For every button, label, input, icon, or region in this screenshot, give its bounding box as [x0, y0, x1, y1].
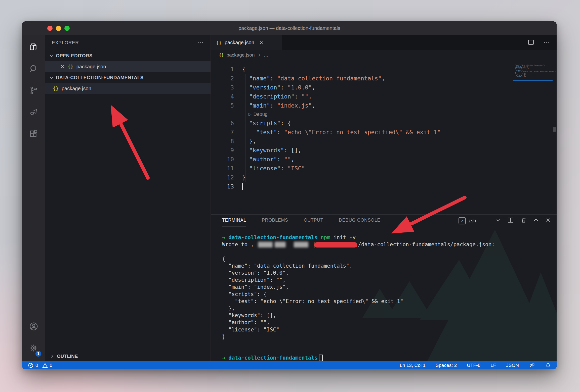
terminal-instance-zsh[interactable]: > zsh: [459, 217, 476, 224]
breadcrumb[interactable]: {} package.json …: [211, 50, 557, 60]
new-terminal-icon[interactable]: [482, 217, 489, 225]
kill-terminal-icon[interactable]: [520, 217, 527, 224]
code-line-9[interactable]: 9 "keywords": [],: [211, 146, 557, 155]
extensions-tab-icon[interactable]: [22, 125, 45, 143]
code-line-12[interactable]: 12}: [211, 173, 557, 182]
json-braces-icon: {}: [219, 53, 224, 58]
terminal-icon: >: [459, 217, 466, 224]
close-editor-icon[interactable]: ×: [61, 63, 64, 70]
code-line-2[interactable]: 2 "name": "data-collection-fundamentals"…: [211, 74, 557, 83]
traffic-lights: [47, 26, 70, 31]
open-editor-label: package.json: [76, 64, 106, 70]
indentation-status[interactable]: Spaces: 2: [436, 363, 457, 368]
explorer-tab-icon[interactable]: [22, 39, 45, 57]
problems-status[interactable]: 0 0: [28, 362, 52, 368]
open-editors-section-header[interactable]: OPEN EDITORS: [45, 50, 211, 61]
panel-tab-output[interactable]: OUTPUT: [304, 218, 323, 226]
maximize-panel-icon[interactable]: [533, 217, 539, 224]
code-line-5[interactable]: 5 "main": "index.js",: [211, 101, 557, 110]
code-editor[interactable]: 1{2 "name": "data-collection-fundamental…: [211, 60, 557, 214]
editor-scrollbar[interactable]: [553, 127, 556, 132]
zoom-window-button[interactable]: [64, 26, 70, 31]
tree-item-label: package.json: [62, 86, 91, 91]
editor-group: {} package.json × {} package.json … 1{2 …: [211, 35, 557, 361]
terminal-line: → data-collection-fundamentals: [222, 354, 554, 361]
accounts-button[interactable]: [22, 318, 45, 336]
eol-status[interactable]: LF: [490, 363, 496, 368]
split-editor-icon[interactable]: [527, 39, 534, 47]
code-line-8[interactable]: 8 },: [211, 137, 557, 146]
status-bar: 0 0 Ln 13, Col 1 Spaces: 2 UTF-8 LF JSON: [22, 361, 557, 369]
code-line-13[interactable]: 13: [211, 182, 557, 191]
terminal-content[interactable]: → data-collection-fundamentals npm init …: [222, 234, 554, 361]
split-terminal-icon[interactable]: [507, 217, 514, 225]
editor-more-actions-icon[interactable]: [543, 39, 550, 46]
json-braces-icon: {}: [53, 86, 59, 91]
explorer-more-actions-icon[interactable]: [197, 39, 204, 46]
search-icon: [29, 64, 38, 75]
close-panel-icon[interactable]: [545, 217, 551, 224]
redacted-blur-box: [294, 242, 308, 248]
code-line-6[interactable]: 6 "scripts": {: [211, 119, 557, 128]
encoding-status[interactable]: UTF-8: [467, 363, 480, 368]
code-line-4[interactable]: 4 "description": "",: [211, 92, 557, 101]
title-bar: package.json — data-collection-fundament…: [22, 21, 557, 35]
code-line-13: 13: [513, 78, 553, 80]
code-line-3[interactable]: 3 "version": "1.0.0",: [211, 83, 557, 92]
terminal-line: → data-collection-fundamentals npm init …: [222, 234, 554, 241]
cursor-position-status[interactable]: Ln 13, Col 1: [400, 363, 425, 368]
panel-tab-debug-console[interactable]: DEBUG CONSOLE: [339, 218, 380, 226]
minimap[interactable]: 1{2 "name": "data-collection-fundamental…: [513, 63, 553, 84]
tree-item-package-json[interactable]: {} package.json: [45, 83, 211, 94]
vscode-window: package.json — data-collection-fundament…: [22, 21, 557, 369]
tab-close-icon[interactable]: ×: [260, 39, 263, 46]
codelens-debug[interactable]: ▷Debug: [211, 110, 557, 119]
code-line-1[interactable]: 1{: [211, 65, 557, 74]
terminal-line: "description": "",: [222, 276, 554, 283]
panel-tab-terminal[interactable]: TERMINAL: [222, 218, 246, 226]
terminal-line: "license": "ISC": [222, 326, 554, 333]
terminal-panel: TERMINAL PROBLEMS OUTPUT DEBUG CONSOLE >…: [211, 214, 557, 361]
code-line-11[interactable]: 11 "license": "ISC": [211, 164, 557, 173]
terminal-line: {: [222, 255, 554, 262]
open-editor-item-package-json[interactable]: × {} package.json: [45, 61, 211, 72]
terminal-line: "test": "echo \"Error: no test specified…: [222, 298, 554, 305]
error-count: 0: [35, 363, 38, 368]
search-tab-icon[interactable]: [22, 60, 45, 78]
terminal-line: "author": "",: [222, 319, 554, 326]
breadcrumb-file[interactable]: package.json: [226, 52, 255, 58]
files-icon: [29, 42, 38, 53]
folder-section-header[interactable]: DATA-COLLECTION-FUNDAMENTALS: [45, 72, 211, 83]
account-icon: [29, 322, 38, 332]
terminal-line: "scripts": {: [222, 291, 554, 298]
code-line-10[interactable]: 10 "author": "",: [211, 155, 557, 164]
error-icon: [28, 362, 34, 368]
terminal-line: Wrote to , |/data-collection-fundamental…: [222, 241, 554, 248]
code-line-7[interactable]: 7 "test": "echo \"Error: no test specifi…: [211, 128, 557, 137]
terminal-line: "name": "data-collection-fundamentals",: [222, 262, 554, 269]
notifications-bell-icon[interactable]: [545, 362, 551, 368]
launch-profile-chevron-icon[interactable]: [496, 218, 501, 224]
settings-button[interactable]: 1: [22, 339, 45, 358]
chevron-right-icon: [257, 53, 261, 57]
terminal-cursor: [319, 355, 323, 361]
text-cursor: [242, 183, 243, 190]
terminal-line: "main": "index.js",: [222, 283, 554, 290]
redacted-blur-box: [275, 242, 286, 248]
terminal-line: "keywords": [],: [222, 312, 554, 319]
minimize-window-button[interactable]: [56, 26, 61, 31]
close-window-button[interactable]: [47, 26, 53, 31]
feedback-icon[interactable]: [529, 362, 535, 368]
chevron-down-icon: [49, 54, 54, 58]
minimap-content: 1{2 "name": "data-collection-fundamental…: [513, 63, 553, 80]
language-mode-status[interactable]: JSON: [506, 363, 519, 368]
debug-icon: [29, 107, 38, 118]
source-control-tab-icon[interactable]: [22, 82, 45, 100]
tab-package-json[interactable]: {} package.json ×: [211, 35, 282, 50]
terminal-line: [222, 248, 554, 255]
panel-tab-problems[interactable]: PROBLEMS: [262, 218, 288, 226]
outline-section-header[interactable]: OUTLINE: [45, 351, 211, 361]
breadcrumb-symbol[interactable]: …: [264, 52, 268, 58]
run-debug-tab-icon[interactable]: [22, 104, 45, 122]
explorer-sidebar: EXPLORER OPEN EDITORS × {} package.json …: [45, 35, 211, 361]
